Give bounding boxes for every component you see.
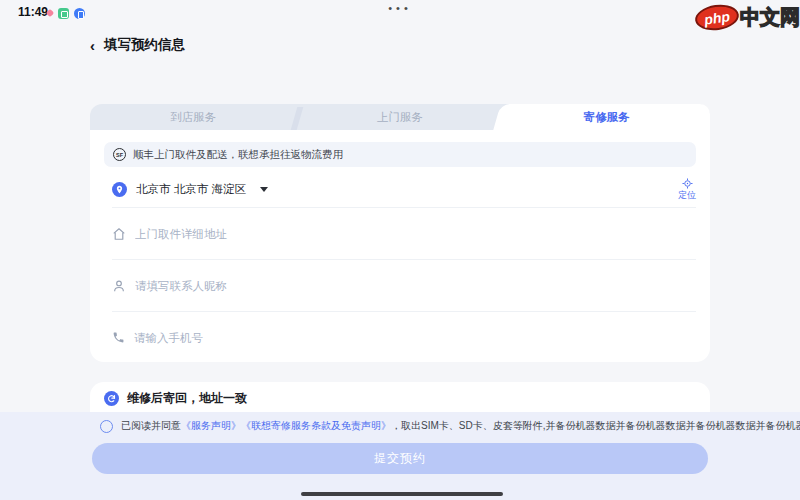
reservation-form-card: SF 顺丰上门取件及配送，联想承担往返物流费用 北京市 北京市 海淀区 定位 <box>90 130 710 362</box>
address-row <box>90 208 710 259</box>
dropdown-caret-icon <box>260 187 268 192</box>
locate-label: 定位 <box>678 191 696 200</box>
contact-row <box>90 260 710 311</box>
sf-banner-text: 顺丰上门取件及配送，联想承担往返物流费用 <box>133 148 343 162</box>
tab-in-store-service[interactable]: 到店服务 <box>90 104 297 130</box>
phone-icon <box>112 331 125 344</box>
contact-name-input[interactable] <box>135 280 696 292</box>
watermark-text: 中文网 <box>740 4 800 31</box>
phone-row <box>90 312 710 363</box>
person-icon <box>112 279 126 293</box>
location-pin-icon <box>112 182 127 197</box>
service-statement-link[interactable]: 《服务声明》 <box>181 420 241 431</box>
return-shipping-icon <box>104 391 119 406</box>
page-title: 填写预约信息 <box>104 36 185 54</box>
bottom-action-panel: 已阅读并同意《服务声明》《联想寄修服务条款及免责声明》，取出SIM卡、SD卡、皮… <box>0 412 800 500</box>
page-header: ‹ 填写预约信息 <box>90 36 185 54</box>
region-value: 北京市 北京市 海淀区 <box>136 182 246 197</box>
sf-express-banner: SF 顺丰上门取件及配送，联想承担往返物流费用 <box>104 142 696 167</box>
sf-express-icon: SF <box>113 148 126 161</box>
phone-input[interactable] <box>134 332 696 344</box>
region-selector-row[interactable]: 北京市 北京市 海淀区 定位 <box>90 171 710 207</box>
agreement-checkbox[interactable] <box>100 420 113 433</box>
terms-disclaimer-link[interactable]: 《联想寄修服务条款及免责声明》 <box>241 420 391 431</box>
crosshair-icon <box>682 178 693 189</box>
php-cn-watermark: php 中文网 <box>695 4 800 31</box>
locate-button[interactable]: 定位 <box>678 178 696 200</box>
window-menu-dots[interactable]: ••• <box>0 2 800 14</box>
agreement-text: 已阅读并同意《服务声明》《联想寄修服务条款及免责声明》，取出SIM卡、SD卡、皮… <box>121 419 800 433</box>
service-tabbar: 到店服务 上门服务 寄修服务 <box>90 104 710 130</box>
house-icon <box>112 227 126 241</box>
tab-mail-in-service[interactable]: 寄修服务 <box>503 104 710 130</box>
php-logo-icon: php <box>693 2 740 33</box>
return-address-text: 维修后寄回，地址一致 <box>127 390 247 407</box>
home-indicator-bar[interactable] <box>301 492 503 496</box>
agreement-row: 已阅读并同意《服务声明》《联想寄修服务条款及免责声明》，取出SIM卡、SD卡、皮… <box>100 419 800 433</box>
tab-door-to-door-service[interactable]: 上门服务 <box>297 104 504 130</box>
address-input[interactable] <box>135 228 696 240</box>
back-button[interactable]: ‹ <box>90 37 95 54</box>
submit-reservation-button[interactable]: 提交预约 <box>92 443 708 474</box>
